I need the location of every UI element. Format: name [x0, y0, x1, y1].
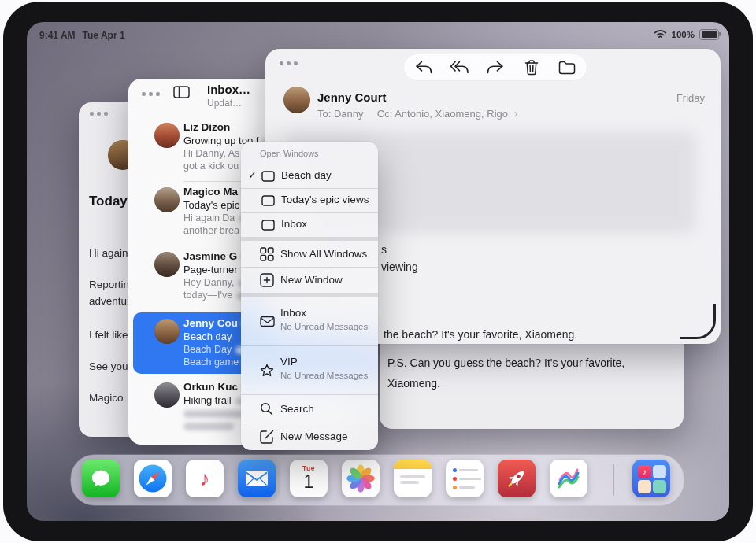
music-note-icon: ♪	[643, 467, 647, 476]
reminders-dot	[453, 468, 457, 472]
notes-header-strip	[394, 460, 432, 469]
window-dots-icon[interactable]	[90, 112, 108, 116]
reply-all-button[interactable]	[443, 56, 476, 79]
rocket-icon	[504, 466, 529, 491]
message-title: Today	[89, 194, 128, 209]
message-sender[interactable]: Jenny Court	[317, 90, 387, 104]
message-toolbar	[404, 54, 587, 80]
avatar	[284, 87, 310, 113]
folder-button[interactable]	[550, 56, 584, 79]
body-line: Hi again	[89, 247, 128, 259]
message-preview: today—I've	[183, 290, 232, 301]
sidebar-toggle-button[interactable]	[173, 86, 190, 98]
chevron-right-icon: ›	[514, 106, 518, 120]
forward-icon	[486, 60, 505, 75]
menu-item-inbox-window[interactable]: Inbox	[241, 212, 378, 237]
compose-icon	[260, 430, 274, 444]
trash-icon	[524, 59, 539, 76]
star-icon	[260, 364, 274, 377]
message-subject: Hiking trail	[183, 394, 232, 406]
dock: ♪ Tue 1	[71, 455, 684, 505]
avatar	[154, 382, 180, 408]
mini-app-tile	[638, 480, 651, 493]
safari-app-icon[interactable]	[134, 460, 172, 497]
menu-item-label: New Message	[280, 430, 348, 442]
notes-line	[400, 481, 419, 484]
menu-item-label: Show All Windows	[280, 248, 367, 260]
flower-icon	[345, 463, 376, 494]
waves-icon	[555, 465, 582, 492]
rocket-app-icon[interactable]	[498, 460, 536, 497]
menu-item-search[interactable]: Search	[241, 394, 378, 423]
menu-item-label: Search	[280, 403, 314, 415]
menu-item-label: VIP	[280, 356, 298, 368]
mini-app-tile	[653, 480, 666, 493]
menu-item-label: Inbox	[281, 218, 307, 230]
message-sender: Jasmine G	[183, 250, 237, 262]
redacted-text	[183, 423, 234, 430]
menu-item-label: Inbox	[280, 307, 306, 319]
menu-item-new-message[interactable]: New Message	[241, 423, 378, 450]
drawing-app-icon[interactable]	[550, 460, 587, 497]
message-sender: Jenny Cou	[183, 317, 238, 329]
envelope-icon	[245, 470, 269, 487]
reminders-line	[459, 478, 481, 481]
messages-app-icon[interactable]	[82, 460, 120, 497]
avatar	[154, 319, 180, 344]
body-line: I felt like	[89, 329, 128, 341]
menu-item-show-all-windows[interactable]: Show All Windows	[241, 241, 378, 267]
open-windows-menu: Open Windows ✓ Beach day Today's epic vi…	[241, 142, 378, 450]
message-date: Friday	[676, 92, 705, 104]
forward-button[interactable]	[479, 56, 512, 79]
wifi-icon	[654, 29, 667, 39]
menu-item-label: Beach day	[281, 169, 332, 181]
menu-item-label: Today's epic views	[281, 194, 369, 205]
message-subject: Page-turner	[183, 264, 238, 275]
status-bar: 9:41 AM Tue Apr 1 100%	[27, 22, 729, 42]
window-dots-icon[interactable]	[280, 61, 298, 65]
mailbox-title: Inbox…	[207, 83, 250, 96]
menu-item-inbox-mailbox[interactable]: Inbox No Unread Messages	[241, 297, 378, 345]
mail-app-icon[interactable]	[238, 460, 276, 497]
message-preview: got a kick ou	[183, 161, 239, 172]
mailbox-subtitle: Updat…	[207, 98, 242, 109]
body-fragment: viewing	[381, 260, 418, 273]
compass-icon	[138, 464, 168, 493]
message-preview: another brea	[183, 225, 239, 236]
reply-button[interactable]	[407, 56, 440, 79]
notes-line	[400, 475, 425, 478]
message-sender: Liz Dizon	[183, 121, 230, 133]
status-left: 9:41 AM Tue Apr 1	[39, 30, 125, 41]
reply-icon	[414, 60, 433, 75]
ipad-bezel: 9:41 AM Tue Apr 1 100% Today Hi again Re…	[3, 2, 753, 541]
window-resize-handle[interactable]	[680, 304, 716, 339]
trash-button[interactable]	[515, 56, 548, 79]
envelope-icon	[260, 316, 275, 327]
message-preview: Hey Danny,	[183, 277, 234, 288]
menu-item-beach-day[interactable]: ✓ Beach day	[241, 164, 378, 188]
message-preview: Beach game	[183, 356, 239, 368]
music-app-icon[interactable]: ♪	[186, 460, 224, 497]
battery-percent: 100%	[672, 30, 695, 39]
apps-folder-icon[interactable]: ♪	[632, 460, 670, 497]
notes-app-icon[interactable]	[394, 460, 432, 497]
message-sender: Orkun Kuc	[183, 381, 238, 393]
menu-item-vip[interactable]: VIP No Unread Messages	[241, 345, 378, 394]
reminders-app-icon[interactable]	[446, 460, 484, 497]
menu-item-todays-epic-views[interactable]: Today's epic views	[241, 188, 378, 212]
body-line: See you	[89, 360, 128, 372]
status-date: Tue Apr 1	[83, 30, 125, 41]
recipients-line[interactable]: To: Danny Cc: Antonio, Xiaomeng, Rigo ›	[317, 106, 518, 120]
window-dots-icon[interactable]	[142, 92, 160, 96]
calendar-app-icon[interactable]: Tue 1	[290, 460, 328, 497]
body-line: P.S. Can you guess the beach? It's your …	[387, 356, 624, 369]
body-line: Xiaomeng.	[387, 377, 440, 390]
grid-icon	[260, 247, 274, 261]
message-sender: Magico Ma	[183, 186, 238, 198]
photos-app-icon[interactable]	[342, 460, 380, 497]
search-icon	[260, 402, 273, 416]
folder-icon	[558, 61, 576, 75]
menu-item-new-window[interactable]: New Window	[241, 267, 378, 293]
battery-icon	[699, 29, 719, 40]
reply-all-icon	[450, 60, 469, 75]
